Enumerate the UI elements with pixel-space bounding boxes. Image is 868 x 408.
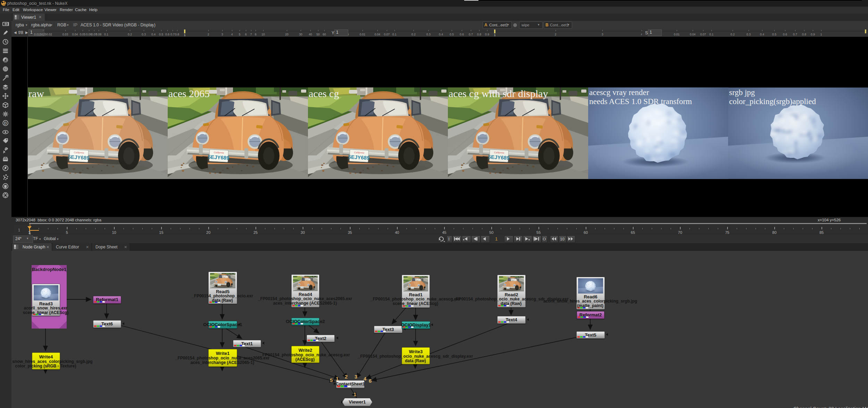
svg-text:0.5: 0.5 <box>772 33 776 36</box>
svg-text:0.3: 0.3 <box>746 33 751 36</box>
svg-text:Y: Y <box>332 31 334 35</box>
svg-text:3: 3 <box>602 33 603 36</box>
svg-text:0.6: 0.6 <box>783 33 787 36</box>
svg-text:35: 35 <box>348 230 352 235</box>
svg-text:75: 75 <box>725 230 729 235</box>
svg-text:1: 1 <box>184 33 186 37</box>
svg-text:3: 3 <box>222 33 223 36</box>
svg-text:0.5: 0.5 <box>159 33 163 36</box>
svg-text:8: 8 <box>255 33 257 36</box>
svg-text:60: 60 <box>584 230 588 235</box>
svg-text:0.8: 0.8 <box>175 33 179 36</box>
svg-text:25: 25 <box>253 230 258 235</box>
svg-text:D: D <box>4 121 7 125</box>
svg-text:0.5: 0.5 <box>450 33 454 36</box>
svg-text:80: 80 <box>772 230 776 235</box>
svg-text:0.4: 0.4 <box>151 33 156 36</box>
svg-text:0.07: 0.07 <box>700 33 706 36</box>
svg-text:1: 1 <box>29 223 31 227</box>
svg-text:0.1: 0.1 <box>392 33 397 36</box>
svg-text:O: O <box>543 237 546 241</box>
svg-text:10: 10 <box>560 237 565 241</box>
svg-text:0.7: 0.7 <box>793 33 797 36</box>
svg-text:1: 1 <box>18 228 20 232</box>
svg-text:40: 40 <box>395 230 399 235</box>
svg-text:0.6: 0.6 <box>165 33 169 36</box>
svg-text:S: S <box>645 31 648 35</box>
svg-text:0.8: 0.8 <box>802 33 806 36</box>
svg-text:0.0156250.02: 0.0156250.02 <box>34 33 52 36</box>
svg-text:4: 4 <box>231 33 233 36</box>
svg-text:65: 65 <box>631 230 635 235</box>
svg-text:0.04: 0.04 <box>72 33 78 36</box>
svg-text:85: 85 <box>819 230 824 235</box>
svg-text:I: I <box>448 237 450 241</box>
svg-text:30: 30 <box>301 230 305 235</box>
svg-text:40: 40 <box>309 33 312 36</box>
svg-text:10: 10 <box>112 230 116 235</box>
svg-text:50: 50 <box>316 33 320 36</box>
svg-text:0.4: 0.4 <box>439 33 443 36</box>
svg-text:0.01: 0.01 <box>674 33 680 36</box>
svg-text:20: 20 <box>285 33 289 36</box>
svg-text:5: 5 <box>239 33 241 36</box>
svg-text:70: 70 <box>678 230 682 235</box>
svg-text:0.01: 0.01 <box>360 33 366 36</box>
svg-text:20: 20 <box>206 230 210 235</box>
svg-text:0.07: 0.07 <box>384 33 390 36</box>
svg-text:0.9: 0.9 <box>485 33 489 36</box>
svg-text:1: 1 <box>29 231 31 235</box>
svg-text:1: 1 <box>820 33 822 36</box>
svg-text:0.04: 0.04 <box>690 33 696 36</box>
svg-text:5: 5 <box>66 230 68 235</box>
svg-text:55: 55 <box>536 230 541 235</box>
svg-text:0.6: 0.6 <box>460 33 464 36</box>
svg-text:0.7: 0.7 <box>170 33 175 36</box>
svg-text:0.3: 0.3 <box>142 33 146 36</box>
svg-text:0.9: 0.9 <box>811 33 815 36</box>
svg-text:2: 2 <box>208 33 209 36</box>
svg-text:45: 45 <box>442 230 446 235</box>
svg-text:0.04: 0.04 <box>375 33 381 36</box>
svg-text:60: 60 <box>323 33 326 36</box>
svg-text:50: 50 <box>489 230 493 235</box>
svg-text:15: 15 <box>159 230 163 235</box>
svg-text:10: 10 <box>261 33 265 36</box>
svg-text:0.2: 0.2 <box>731 33 735 36</box>
svg-text:7: 7 <box>250 33 252 36</box>
svg-text:0.2: 0.2 <box>128 33 132 36</box>
svg-text:0.03: 0.03 <box>62 33 68 36</box>
svg-text:0.1: 0.1 <box>709 33 713 36</box>
svg-text:2: 2 <box>555 33 557 36</box>
svg-text:1: 1 <box>494 33 496 37</box>
svg-text:0.2: 0.2 <box>411 33 416 36</box>
svg-text:6: 6 <box>245 33 247 36</box>
svg-text:0.4: 0.4 <box>760 33 764 36</box>
svg-text:0.7: 0.7 <box>469 33 473 36</box>
svg-text:0.3: 0.3 <box>426 33 431 36</box>
svg-text:0.8: 0.8 <box>477 33 481 36</box>
svg-text:0.1: 0.1 <box>104 33 108 36</box>
svg-text:30: 30 <box>299 33 302 36</box>
svg-text:0.08: 0.08 <box>96 33 102 36</box>
svg-text:0.05: 0.05 <box>80 33 86 36</box>
